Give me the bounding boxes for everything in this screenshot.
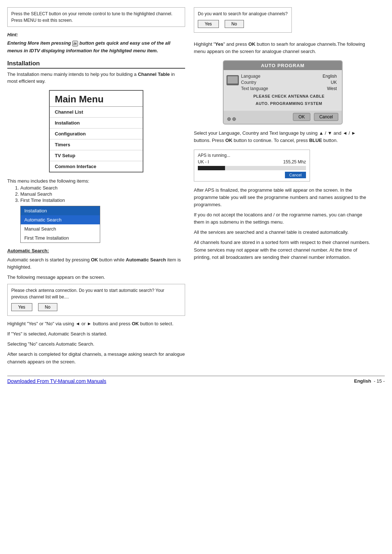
aps-cancel-button[interactable]: Cancel [285,172,306,178]
info-button-icon: i+ [72,41,78,46]
auto-search-para2: The following message appears on the scr… [7,274,185,281]
following-items-intro: This menu includes the following items: [7,178,89,184]
auto-search-para1: Automatic search is started by pressing … [7,256,185,271]
right-body-text-3: All the services are searched and a chan… [194,229,372,236]
aps-freq: 155,25 Mhz [283,159,306,164]
antenna-dialog-box: Please check antenna connection. Do you … [7,284,185,316]
ap-notice1: PLEASE CHECK ANTENNA CABLE [241,94,337,98]
aps-box: APS is running... UK - I 155,25 Mhz Canc… [194,150,310,182]
list-item: First Time Installation [20,197,185,203]
analogue-dialog-container: Do you want to search for analogue chann… [194,7,372,37]
right-mid-text: Select your Language, Country and Text l… [194,130,372,144]
ap-footer: OK Cancel [224,111,342,124]
body-text-1: Highlight "Yes" or "No" via using ◄ or ►… [7,320,185,327]
ap-decor-circles [227,117,236,121]
antenna-dialog-text: Please check antenna connection. Do you … [11,288,164,300]
ap-textlang-row: Text language West [241,86,337,91]
installation-desc: The Installation menu mainly intends to … [7,71,185,85]
body-text-4: After search is completed for digital ch… [7,351,185,365]
submenu-item-installation[interactable]: Installation [21,206,100,215]
ap-country-row: Country UK [241,80,337,85]
main-menu-title: Main Menu [50,91,143,107]
ap-language-value: English [323,74,337,79]
aps-progress-bar [198,166,225,170]
antenna-yes-button[interactable]: Yes [11,303,32,311]
list-item: Automatic Search [20,185,185,191]
body-text-3: Selecting "No" cancels Automatic Search. [7,341,185,348]
analogue-desc: Highlight "Yes" and press OK button to s… [194,41,372,55]
analogue-dialog-buttons: Yes No [198,20,288,28]
hint-italic-text: Entering More item pressing i+ button ge… [7,40,185,55]
right-body-text-1: After APS is finalized, the programme ta… [194,187,372,208]
submenu-item-autosearch[interactable]: Automatic Search [21,215,100,224]
submenu-item-firsttime[interactable]: First Time Installation [21,233,100,243]
analogue-yes-button[interactable]: Yes [198,20,219,28]
aps-channel: UK - I [198,159,209,164]
footer-lang: English [354,378,371,384]
tv-icon [226,75,239,85]
auto-program-widget: AUTO PROGRAM Language English Country UK [223,60,343,125]
analogue-dialog-text1: Do you want to search for analogue chann… [198,11,288,17]
ap-ok-button[interactable]: OK [293,113,310,121]
aps-channel-row: UK - I 155,25 Mhz [198,159,306,164]
aps-cancel-row: Cancel [198,172,306,178]
auto-program-body: Language English Country UK Text languag… [224,70,342,111]
ap-textlang-label: Text language [241,86,268,91]
page-footer: Downloaded From TV-Manual.com Manuals En… [7,376,385,384]
ap-language-row: Language English [241,74,337,79]
ap-country-value: UK [331,80,337,85]
analogue-dialog-box: Do you want to search for analogue chann… [194,7,292,33]
main-menu-item-channellist[interactable]: Channel List [50,107,143,118]
installation-title: Installation [7,60,185,69]
auto-program-header: AUTO PROGRAM [224,61,342,70]
hint-box-line1: Press the SELECT button on your remote c… [11,11,172,16]
list-item: Manual Search [20,191,185,197]
footer-link[interactable]: Downloaded From TV-Manual.com Manuals [7,378,106,384]
antenna-no-button[interactable]: No [38,303,57,311]
main-menu-item-commoninterface[interactable]: Common Interface [50,161,143,172]
analogue-no-button[interactable]: No [225,20,244,28]
main-menu-item-timers[interactable]: Timers [50,139,143,150]
following-items-section: This menu includes the following items: … [7,178,185,203]
following-items-list: Automatic Search Manual Search First Tim… [20,185,185,203]
hint-box-line2: Press MENU to exit this screen. [11,18,73,23]
ap-country-label: Country [241,80,256,85]
body-text-2: If "Yes" is selected, Automatic Search i… [7,330,185,338]
right-body-text-4: All channels found are stored in a sorte… [194,239,372,261]
main-menu-box: Main Menu Channel List Installation Conf… [49,90,143,172]
ap-notice2: AUTO. PROGRAMMING SYSTEM [241,101,337,106]
footer-lang-page: English - 15 - [354,378,385,384]
auto-search-heading: Automatic Search: [7,248,185,253]
submenu-item-manualsearch[interactable]: Manual Search [21,224,100,233]
footer-page: - 15 - [374,378,385,384]
ap-textlang-value: West [327,86,337,91]
main-menu-item-configuration[interactable]: Configuration [50,129,143,139]
hint-box: Press the SELECT button on your remote c… [7,7,185,27]
hint-label: Hint: [7,32,185,37]
antenna-dialog-buttons: Yes No [11,303,181,311]
ap-cancel-button[interactable]: Cancel [314,113,338,121]
right-body-text-2: If you do not accept the locations and /… [194,211,372,226]
ap-language-label: Language [241,74,260,79]
installation-submenu: Installation Automatic Search Manual Sea… [20,206,100,243]
aps-progress-bg [198,166,306,170]
main-menu-item-installation[interactable]: Installation [50,118,143,129]
main-menu-item-tvsetup[interactable]: TV Setup [50,150,143,161]
aps-running-label: APS is running... [198,153,306,158]
